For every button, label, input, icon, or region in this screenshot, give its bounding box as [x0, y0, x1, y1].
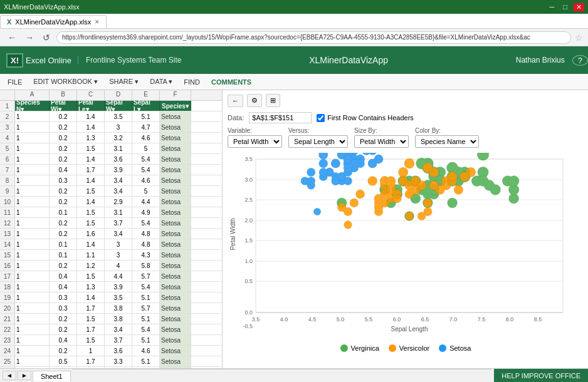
cell[interactable]: Setosa: [160, 207, 191, 217]
cell[interactable]: 1: [15, 197, 50, 207]
tab-close-icon[interactable]: ✕: [95, 19, 100, 25]
first-row-checkbox[interactable]: [317, 114, 325, 122]
cell[interactable]: Setosa: [160, 346, 191, 356]
cell[interactable]: 1: [15, 122, 50, 132]
cell[interactable]: 3.3: [105, 356, 132, 366]
cell[interactable]: Setosa: [160, 314, 191, 324]
cell[interactable]: 0.2: [50, 229, 77, 239]
cell[interactable]: 5.1: [132, 292, 160, 302]
cell[interactable]: 3: [105, 250, 132, 260]
cell[interactable]: 0.2: [50, 111, 77, 121]
cell[interactable]: 0.1: [50, 250, 77, 260]
cell[interactable]: 4.6: [132, 133, 160, 143]
cell[interactable]: 5.4: [132, 324, 160, 334]
cell[interactable]: 3.1: [105, 143, 132, 153]
cell[interactable]: 1: [15, 143, 50, 153]
bookmark-icon[interactable]: ☆: [575, 33, 583, 43]
cell[interactable]: 1.4: [77, 154, 105, 164]
cell[interactable]: 5.4: [132, 218, 160, 228]
back-button[interactable]: ←: [5, 31, 19, 44]
cell[interactable]: 4.8: [132, 239, 160, 249]
cell[interactable]: 1.5: [77, 314, 105, 324]
cell[interactable]: 1.2: [77, 261, 105, 271]
cell[interactable]: 0.3: [50, 292, 77, 302]
versus-select[interactable]: Sepal Length: [288, 135, 348, 148]
cell[interactable]: Setosa: [160, 154, 191, 164]
cell[interactable]: 0.2: [50, 324, 77, 334]
cell[interactable]: 1: [15, 207, 50, 217]
help-improve-text[interactable]: HELP IMPROVE OFFICE: [501, 372, 580, 379]
cell[interactable]: Setosa: [160, 261, 191, 271]
ribbon-edit[interactable]: EDIT WORKBOOK ▾: [28, 76, 103, 87]
cell[interactable]: Setosa: [160, 356, 191, 366]
cell[interactable]: 1.4: [77, 197, 105, 207]
cell[interactable]: Setosa: [160, 239, 191, 249]
cell[interactable]: 0.2: [50, 154, 77, 164]
cell[interactable]: 0.2: [50, 122, 77, 132]
cell[interactable]: Setosa: [160, 229, 191, 239]
cell[interactable]: 0.5: [50, 356, 77, 366]
cell[interactable]: 1.7: [77, 303, 105, 313]
cell[interactable]: 4.3: [132, 250, 160, 260]
forward-button[interactable]: →: [23, 31, 36, 44]
cell[interactable]: 0.2: [50, 261, 77, 271]
cell[interactable]: 1: [77, 346, 105, 356]
cell[interactable]: 0.2: [50, 133, 77, 143]
cell[interactable]: 1: [15, 186, 50, 196]
close-button[interactable]: ✕: [574, 3, 584, 11]
cell[interactable]: 5.7: [132, 303, 160, 313]
cell[interactable]: Setosa: [160, 197, 191, 207]
cell[interactable]: 1: [15, 282, 50, 292]
cell[interactable]: 5.7: [132, 271, 160, 281]
cell[interactable]: 2.9: [105, 197, 132, 207]
chart-settings-button[interactable]: ⚙: [247, 94, 262, 107]
cell[interactable]: 1.3: [77, 282, 105, 292]
cell[interactable]: 3.7: [105, 335, 132, 345]
cell[interactable]: 3.5: [105, 111, 132, 121]
cell[interactable]: 1: [15, 229, 50, 239]
cell-header-f[interactable]: Species▾: [160, 101, 191, 111]
cell[interactable]: 0.1: [50, 239, 77, 249]
cell[interactable]: 4.8: [132, 229, 160, 239]
cell[interactable]: Setosa: [160, 250, 191, 260]
cell-header-b[interactable]: Petal Wi▾: [50, 101, 77, 111]
cell[interactable]: 1: [15, 367, 50, 368]
cell[interactable]: 3.8: [105, 303, 132, 313]
cell[interactable]: 1.1: [77, 250, 105, 260]
cell-header-a[interactable]: Species N▾: [15, 101, 50, 111]
cell[interactable]: Setosa: [160, 335, 191, 345]
cell[interactable]: 3.7: [105, 218, 132, 228]
cell[interactable]: 3.6: [105, 346, 132, 356]
cell[interactable]: 4.6: [132, 346, 160, 356]
cell[interactable]: 5.4: [132, 282, 160, 292]
sheet-nav-prev[interactable]: ◄: [3, 371, 16, 380]
cell[interactable]: 1: [15, 250, 50, 260]
cell[interactable]: 0.2: [50, 143, 77, 153]
cell[interactable]: Setosa: [160, 122, 191, 132]
cell[interactable]: 1.3: [77, 133, 105, 143]
url-bar[interactable]: [56, 31, 571, 44]
cell[interactable]: 5.1: [132, 111, 160, 121]
cell[interactable]: Setosa: [160, 271, 191, 281]
refresh-button[interactable]: ↺: [40, 31, 53, 44]
cell[interactable]: 1: [15, 165, 50, 175]
cell[interactable]: 5: [132, 186, 160, 196]
ribbon-share[interactable]: SHARE ▾: [104, 76, 144, 87]
sheet-tab-sheet1[interactable]: Sheet1: [33, 371, 71, 381]
cell[interactable]: 5.1: [132, 335, 160, 345]
cell[interactable]: 5.1: [132, 356, 160, 366]
cell[interactable]: 1: [15, 239, 50, 249]
cell[interactable]: 1.6: [77, 229, 105, 239]
maximize-button[interactable]: □: [560, 3, 570, 11]
cell[interactable]: 4.6: [132, 175, 160, 185]
cell[interactable]: 1.5: [77, 218, 105, 228]
cell[interactable]: 1: [15, 335, 50, 345]
cell[interactable]: 3.2: [105, 133, 132, 143]
cell[interactable]: 1.5: [77, 335, 105, 345]
cell[interactable]: 1.5: [77, 143, 105, 153]
cell[interactable]: 1: [15, 346, 50, 356]
cell[interactable]: 1.5: [77, 207, 105, 217]
cell[interactable]: 0.1: [50, 207, 77, 217]
cell[interactable]: 5: [132, 143, 160, 153]
cell[interactable]: 1.4: [77, 122, 105, 132]
